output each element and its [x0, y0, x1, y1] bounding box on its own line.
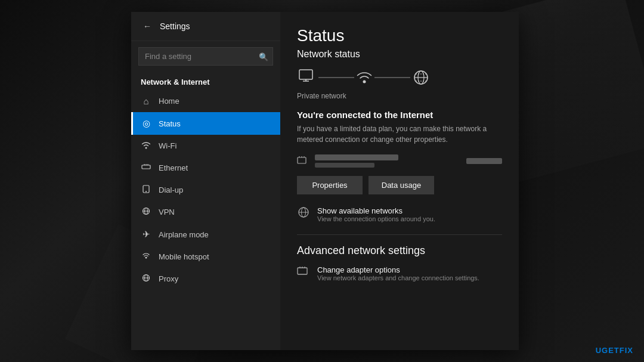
network-adapter-icon [297, 156, 309, 166]
search-box-container: 🔍 [138, 47, 273, 66]
sidebar-item-dialup[interactable]: Dial-up [131, 179, 280, 201]
network-status-section-title: Network status [297, 49, 502, 60]
sidebar-item-label-airplane: Airplane mode [159, 230, 209, 239]
sidebar-item-label-hotspot: Mobile hotspot [159, 252, 209, 261]
line-4 [392, 77, 410, 78]
wifi-signal-icon [354, 69, 374, 86]
hotspot-icon [141, 252, 151, 262]
sidebar-item-hotspot[interactable]: Mobile hotspot [131, 246, 280, 268]
show-networks-title[interactable]: Show available networks [317, 206, 435, 215]
sidebar-item-wifi[interactable]: Wi-Fi [131, 135, 280, 157]
section-divider [297, 234, 502, 235]
svg-point-5 [145, 191, 147, 192]
sidebar-item-label-proxy: Proxy [159, 274, 178, 283]
watermark-suffix: FIX [620, 346, 633, 355]
airplane-icon: ✈ [141, 229, 151, 240]
proxy-icon [141, 274, 151, 284]
line-1 [318, 77, 336, 78]
computer-icon [297, 68, 318, 87]
show-networks-sub: View the connection options around you. [317, 215, 435, 222]
line-3 [374, 77, 392, 78]
sidebar-item-home[interactable]: ⌂ Home [131, 90, 280, 112]
svg-rect-22 [298, 157, 306, 163]
sidebar-item-airplane[interactable]: ✈ Airplane mode [131, 223, 280, 246]
svg-point-9 [145, 257, 147, 259]
show-networks-text: Show available networks View the connect… [317, 206, 435, 222]
sidebar-title: Settings [160, 21, 190, 31]
svg-rect-0 [142, 165, 150, 169]
dialup-icon [141, 185, 151, 195]
home-icon: ⌂ [141, 96, 151, 106]
search-input[interactable] [138, 47, 273, 66]
line-2 [336, 77, 354, 78]
ethernet-icon [141, 163, 151, 173]
adapter-icon [297, 265, 310, 277]
change-adapter-text: Change adapter options View network adap… [317, 265, 479, 281]
advanced-network-title: Advanced network settings [297, 245, 502, 257]
data-usage-button[interactable]: Data usage [369, 176, 434, 194]
sidebar-header: ← Settings [131, 12, 280, 41]
sidebar-item-proxy[interactable]: Proxy [131, 268, 280, 290]
connection-name-blurred [315, 154, 398, 160]
sidebar-item-vpn[interactable]: VPN [131, 201, 280, 223]
show-networks-row: Show available networks View the connect… [297, 206, 502, 222]
svg-rect-29 [298, 268, 307, 274]
globe-icon [410, 68, 432, 87]
network-type-label: Private network [297, 92, 502, 100]
change-adapter-title[interactable]: Change adapter options [317, 265, 479, 274]
network-diagram [297, 68, 502, 87]
connection-ip-blurred [466, 158, 502, 164]
sidebar-item-label-status: Status [159, 119, 181, 128]
connection-sub-blurred [315, 163, 374, 168]
connection-info-row [297, 154, 502, 168]
watermark: UGETFIX [596, 346, 633, 355]
connection-details [315, 154, 460, 168]
change-adapter-sub: View network adapters and change connect… [317, 274, 479, 281]
sidebar-item-label-home: Home [159, 97, 179, 106]
sidebar-item-label-dialup: Dial-up [159, 185, 183, 194]
page-title: Status [297, 26, 502, 45]
sidebar-item-label-vpn: VPN [159, 208, 175, 216]
back-button[interactable]: ← [141, 20, 154, 32]
settings-window: ← Settings 🔍 Network & Internet ⌂ Home ◎… [131, 12, 519, 350]
network-globe-icon [297, 206, 310, 218]
status-icon: ◎ [141, 118, 151, 129]
svg-point-16 [363, 81, 366, 83]
connected-title: You're connected to the Internet [297, 110, 502, 120]
properties-button[interactable]: Properties [297, 176, 363, 194]
main-content: Status Network status [280, 12, 519, 350]
sidebar-item-status[interactable]: ◎ Status [131, 112, 280, 135]
search-icon-button[interactable]: 🔍 [259, 52, 268, 61]
vpn-icon [141, 207, 151, 217]
sidebar-item-ethernet[interactable]: Ethernet [131, 157, 280, 179]
wifi-icon [141, 141, 151, 151]
sidebar-item-label-ethernet: Ethernet [159, 163, 188, 172]
button-row: Properties Data usage [297, 176, 502, 194]
sidebar-section-label: Network & Internet [131, 72, 280, 90]
sidebar-item-label-wifi: Wi-Fi [159, 141, 177, 150]
watermark-prefix: UGET [596, 346, 620, 355]
change-adapter-row: Change adapter options View network adap… [297, 265, 502, 281]
svg-rect-13 [299, 70, 312, 79]
sidebar: ← Settings 🔍 Network & Internet ⌂ Home ◎… [131, 12, 280, 350]
connected-description: If you have a limited data plan, you can… [297, 123, 502, 145]
